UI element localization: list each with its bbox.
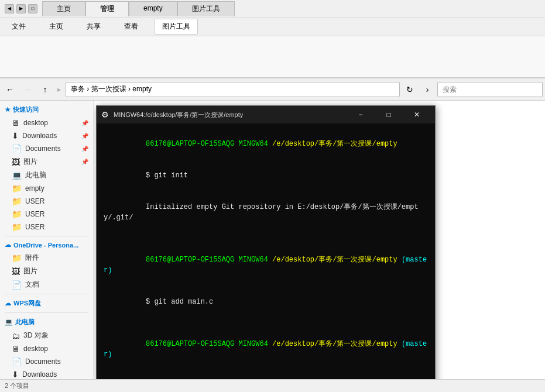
- back-icon[interactable]: ◀: [5, 4, 14, 13]
- terminal-close-button[interactable]: ✕: [403, 106, 430, 123]
- terminal-body[interactable]: 86176@LAPTOP-OF15SAQG MINGW64 /e/desktop…: [97, 123, 435, 379]
- terminal-titlebar: ⚙ MINGW64:/e/desktop/事务/第一次授课/empty − □ …: [97, 106, 435, 123]
- main-layout: ★ 快速访问 🖥 desktop 📌 ⬇ Downloads 📌 📄 Docum…: [0, 101, 545, 379]
- wps-section: ☁ WPS网盘: [0, 297, 93, 310]
- terminal-path-1: /e/desktop/事务/第一次授课/empty: [268, 140, 397, 148]
- onedrive-header[interactable]: ☁ OneDrive - Persona...: [0, 239, 93, 251]
- sidebar-empty-label: empty: [25, 184, 44, 192]
- terminal-title: MINGW64:/e/desktop/事务/第一次授课/empty: [114, 111, 342, 119]
- sidebar-item-pictures[interactable]: 🖼 图片 📌: [0, 155, 93, 169]
- this-pc-header[interactable]: 💻 此电脑: [0, 315, 93, 329]
- pc-desktop-icon: 🖥: [12, 344, 20, 353]
- terminal-line-4: 86176@LAPTOP-OF15SAQG MINGW64 /e/desktop…: [104, 244, 428, 286]
- downloads-icon: ⬇: [12, 131, 19, 140]
- refresh-button[interactable]: ↻: [402, 82, 417, 97]
- sidebar-documents-label: Documents: [25, 145, 61, 153]
- wps-label: WPS网盘: [13, 299, 41, 308]
- sidebar-od-pictures-label: 图片: [23, 266, 37, 276]
- this-pc-section: 💻 此电脑 🗂 3D 对象 🖥 desktop 📄 Documents ⬇ Do…: [0, 315, 93, 379]
- pc-docs-icon: 📄: [12, 357, 22, 366]
- sidebar-pictures-label: 图片: [23, 157, 37, 167]
- sidebar-item-od-pictures[interactable]: 🖼 图片: [0, 264, 93, 278]
- menu-bar: 文件 主页 共享 查看 图片工具: [0, 18, 545, 36]
- terminal-line-3: Initialized empty Git repository in E:/d…: [104, 191, 428, 233]
- terminal-blank-1: [104, 233, 428, 244]
- sidebar-item-empty[interactable]: 📁 empty: [0, 182, 93, 195]
- pin-icon-desktop: 📌: [81, 120, 88, 126]
- title-bar: ◀ ▶ □ 主页 管理 empty 图片工具: [0, 0, 545, 18]
- tab-manage[interactable]: 管理: [85, 1, 129, 16]
- folder-user1-icon: 📁: [12, 197, 22, 206]
- forward-icon[interactable]: ▶: [16, 4, 26, 13]
- menu-share[interactable]: 共享: [80, 19, 108, 34]
- attachments-icon: 📁: [12, 253, 22, 263]
- od-pictures-icon: 🖼: [12, 267, 20, 276]
- expand-button[interactable]: ›: [420, 82, 435, 97]
- terminal-maximize-button[interactable]: □: [375, 106, 402, 123]
- sidebar-pc-downloads-label: Downloads: [22, 370, 57, 379]
- sidebar-attachments-label: 附件: [25, 253, 39, 263]
- sidebar-pc-docs-label: Documents: [25, 357, 61, 366]
- terminal-app-icon: ⚙: [101, 110, 109, 119]
- window-icons: ◀ ▶ □: [5, 4, 37, 13]
- address-input[interactable]: [66, 82, 400, 97]
- quick-access-header[interactable]: ★ 快速访问: [0, 103, 93, 116]
- sidebar-user2-label: USER: [25, 210, 44, 218]
- tab-home[interactable]: 主页: [42, 1, 85, 16]
- address-bar: ← → ↑ ▸ ↻ ›: [0, 78, 545, 101]
- tab-picture-tools[interactable]: 图片工具: [177, 1, 235, 16]
- menu-view[interactable]: 查看: [117, 19, 145, 34]
- sidebar-item-thispc[interactable]: 💻 此电脑: [0, 169, 93, 182]
- terminal-line-1: 86176@LAPTOP-OF15SAQG MINGW64 /e/desktop…: [104, 128, 428, 160]
- divider-3: [5, 312, 88, 313]
- star-icon: ★: [5, 106, 11, 114]
- sidebar-item-user2[interactable]: 📁 USER: [0, 208, 93, 221]
- sidebar-item-3d[interactable]: 🗂 3D 对象: [0, 329, 93, 342]
- layout-icon[interactable]: □: [28, 4, 37, 13]
- sidebar-pc-desktop-label: desktop: [23, 345, 48, 353]
- documents-icon: 📄: [12, 144, 22, 153]
- up-button[interactable]: ↑: [37, 82, 53, 97]
- sidebar-item-user3[interactable]: 📁 USER: [0, 221, 93, 233]
- sidebar-item-pc-downloads[interactable]: ⬇ Downloads: [0, 368, 93, 379]
- divider-2: [5, 294, 88, 294]
- menu-picture-tools[interactable]: 图片工具: [155, 19, 198, 35]
- sidebar-item-attachments[interactable]: 📁 附件: [0, 251, 93, 264]
- sidebar-item-desktop[interactable]: 🖥 desktop 📌: [0, 116, 93, 129]
- sidebar-item-pc-docs[interactable]: 📄 Documents: [0, 355, 93, 368]
- sidebar-od-docs-label: 文档: [25, 280, 39, 290]
- status-item-count: 2 个项目: [5, 381, 29, 390]
- sidebar-desktop-label: desktop: [23, 119, 48, 127]
- terminal-line-5: $ git add main.c: [104, 286, 428, 318]
- terminal-minimize-button[interactable]: −: [347, 106, 374, 123]
- divider-1: [5, 236, 88, 236]
- sidebar-user1-label: USER: [25, 197, 44, 205]
- sidebar-item-downloads[interactable]: ⬇ Downloads 📌: [0, 129, 93, 142]
- wps-header[interactable]: ☁ WPS网盘: [0, 297, 93, 310]
- tab-empty[interactable]: empty: [129, 1, 177, 16]
- sidebar-item-pc-desktop[interactable]: 🖥 desktop: [0, 342, 93, 355]
- folder-user2-icon: 📁: [12, 209, 22, 219]
- sidebar-user3-label: USER: [25, 223, 44, 231]
- sidebar-3d-label: 3D 对象: [23, 331, 49, 341]
- terminal-user-2: 86176@LAPTOP-OF15SAQG MINGW64: [146, 256, 268, 264]
- sidebar-item-od-docs[interactable]: 📄 文档: [0, 278, 93, 291]
- pin-icon-pictures: 📌: [81, 159, 88, 165]
- od-docs-icon: 📄: [12, 280, 22, 290]
- breadcrumb-separator: ▸: [55, 85, 63, 94]
- sidebar-item-user1[interactable]: 📁 USER: [0, 195, 93, 208]
- menu-home[interactable]: 主页: [42, 19, 70, 34]
- search-input[interactable]: [437, 82, 543, 97]
- content-area: .git main.: [94, 101, 545, 379]
- ribbon-toolbar: [0, 36, 545, 78]
- terminal-blank-2: [104, 318, 428, 328]
- terminal-user-3: 86176@LAPTOP-OF15SAQG MINGW64: [146, 340, 268, 348]
- sidebar-item-documents[interactable]: 📄 Documents 📌: [0, 142, 93, 155]
- menu-file[interactable]: 文件: [5, 19, 33, 34]
- forward-button[interactable]: →: [20, 82, 35, 97]
- onedrive-section: ☁ OneDrive - Persona... 📁 附件 🖼 图片 📄 文档: [0, 239, 93, 291]
- quick-access-label: 快速访问: [13, 105, 39, 114]
- this-pc-label: 此电脑: [15, 318, 35, 326]
- back-button[interactable]: ←: [2, 82, 18, 97]
- desktop-icon: 🖥: [12, 118, 20, 128]
